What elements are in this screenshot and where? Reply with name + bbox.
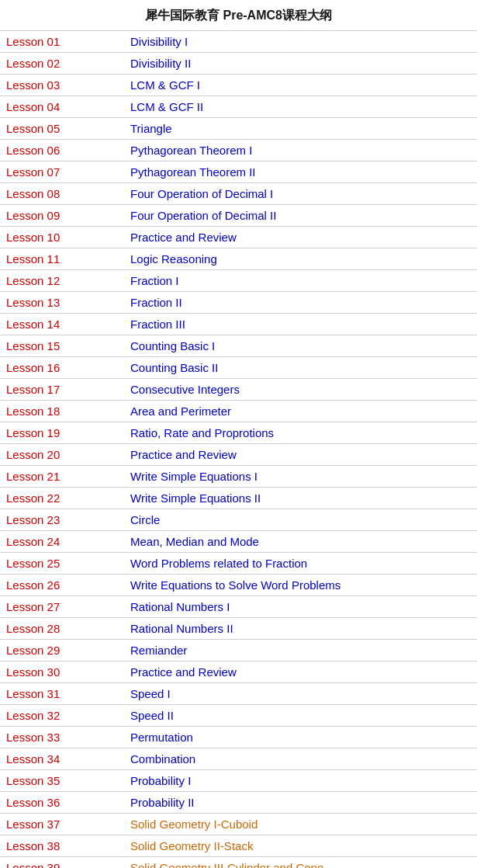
lesson-number: Lesson 07 <box>0 161 124 183</box>
lesson-title: Probability I <box>124 770 477 792</box>
lesson-title: LCM & GCF II <box>124 96 477 118</box>
lesson-title: Write Equations to Solve Word Problems <box>124 575 477 596</box>
lesson-number: Lesson 09 <box>0 205 124 227</box>
table-row: Lesson 31Speed I <box>0 683 477 705</box>
table-row: Lesson 30Practice and Review <box>0 661 477 683</box>
lesson-title: Ratio, Rate and Proprotions <box>124 422 477 444</box>
lesson-title: Practice and Review <box>124 661 477 683</box>
lesson-title: Counting Basic II <box>124 357 477 379</box>
table-row: Lesson 23Circle <box>0 509 477 531</box>
table-row: Lesson 20Practice and Review <box>0 444 477 466</box>
table-row: Lesson 37Solid Geometry I-Cuboid <box>0 814 477 835</box>
table-row: Lesson 04LCM & GCF II <box>0 96 477 118</box>
lesson-title: Probability II <box>124 792 477 814</box>
table-row: Lesson 06Pythagorean Theorem I <box>0 140 477 161</box>
lesson-title: Rational Numbers II <box>124 618 477 640</box>
lesson-title: Four Operation of Decimal I <box>124 183 477 205</box>
table-row: Lesson 15Counting Basic I <box>0 335 477 357</box>
lesson-number: Lesson 06 <box>0 140 124 161</box>
lesson-title: Mean, Median and Mode <box>124 531 477 553</box>
lesson-title: Fraction I <box>124 270 477 292</box>
lesson-title: Permutation <box>124 727 477 748</box>
table-row: Lesson 21Write Simple Equations I <box>0 466 477 488</box>
lesson-title: Practice and Review <box>124 227 477 248</box>
lesson-number: Lesson 10 <box>0 227 124 248</box>
lesson-title: Write Simple Equations II <box>124 488 477 509</box>
lesson-title: Word Problems related to Fraction <box>124 553 477 575</box>
lesson-title: Fraction III <box>124 314 477 335</box>
lesson-number: Lesson 35 <box>0 770 124 792</box>
lesson-title: Speed I <box>124 683 477 705</box>
lesson-number: Lesson 02 <box>0 53 124 75</box>
lesson-number: Lesson 16 <box>0 357 124 379</box>
lesson-number: Lesson 12 <box>0 270 124 292</box>
lesson-number: Lesson 30 <box>0 661 124 683</box>
table-row: Lesson 10Practice and Review <box>0 227 477 248</box>
lesson-number: Lesson 26 <box>0 575 124 596</box>
lesson-number: Lesson 03 <box>0 75 124 96</box>
table-row: Lesson 22Write Simple Equations II <box>0 488 477 509</box>
lesson-title: Fraction II <box>124 292 477 314</box>
lesson-title: Speed II <box>124 705 477 727</box>
lesson-number: Lesson 01 <box>0 31 124 53</box>
lesson-title: Pythagorean Theorem I <box>124 140 477 161</box>
table-row: Lesson 27Rational Numbers I <box>0 596 477 618</box>
lesson-number: Lesson 27 <box>0 596 124 618</box>
table-row: Lesson 16Counting Basic II <box>0 357 477 379</box>
lesson-number: Lesson 04 <box>0 96 124 118</box>
table-row: Lesson 02Divisibility II <box>0 53 477 75</box>
table-row: Lesson 12Fraction I <box>0 270 477 292</box>
lesson-title: Divisibility II <box>124 53 477 75</box>
lesson-number: Lesson 19 <box>0 422 124 444</box>
lesson-title: Circle <box>124 509 477 531</box>
table-row: Lesson 26Write Equations to Solve Word P… <box>0 575 477 596</box>
lesson-number: Lesson 24 <box>0 531 124 553</box>
table-row: Lesson 36Probability II <box>0 792 477 814</box>
lesson-number: Lesson 33 <box>0 727 124 748</box>
lesson-title: Solid Geometry I-Cuboid <box>124 814 477 835</box>
lesson-number: Lesson 08 <box>0 183 124 205</box>
lesson-number: Lesson 39 <box>0 857 124 869</box>
lesson-title: Write Simple Equations I <box>124 466 477 488</box>
table-row: Lesson 34Combination <box>0 748 477 770</box>
table-row: Lesson 09Four Operation of Decimal II <box>0 205 477 227</box>
lesson-title: Pythagorean Theorem II <box>124 161 477 183</box>
lesson-title: Area and Perimeter <box>124 401 477 422</box>
lesson-number: Lesson 21 <box>0 466 124 488</box>
lesson-title: Logic Reasoning <box>124 248 477 270</box>
lesson-number: Lesson 31 <box>0 683 124 705</box>
table-row: Lesson 14Fraction III <box>0 314 477 335</box>
lesson-title: Triangle <box>124 118 477 140</box>
lesson-number: Lesson 20 <box>0 444 124 466</box>
table-row: Lesson 28Rational Numbers II <box>0 618 477 640</box>
table-row: Lesson 18Area and Perimeter <box>0 401 477 422</box>
lesson-number: Lesson 18 <box>0 401 124 422</box>
table-row: Lesson 11Logic Reasoning <box>0 248 477 270</box>
lesson-title: LCM & GCF I <box>124 75 477 96</box>
lesson-number: Lesson 37 <box>0 814 124 835</box>
page-title: 犀牛国际教育 Pre-AMC8课程大纲 <box>0 0 477 31</box>
table-row: Lesson 33Permutation <box>0 727 477 748</box>
lesson-number: Lesson 05 <box>0 118 124 140</box>
table-row: Lesson 29Remiander <box>0 640 477 661</box>
lesson-table: Lesson 01Divisibility ILesson 02Divisibi… <box>0 31 477 868</box>
table-row: Lesson 24Mean, Median and Mode <box>0 531 477 553</box>
table-row: Lesson 39Solid Geometry III-Cylinder and… <box>0 857 477 869</box>
table-row: Lesson 38Solid Geometry II-Stack <box>0 835 477 857</box>
lesson-number: Lesson 17 <box>0 379 124 401</box>
lesson-number: Lesson 14 <box>0 314 124 335</box>
lesson-title: Practice and Review <box>124 444 477 466</box>
lesson-number: Lesson 23 <box>0 509 124 531</box>
lesson-title: Four Operation of Decimal II <box>124 205 477 227</box>
lesson-number: Lesson 32 <box>0 705 124 727</box>
lesson-number: Lesson 15 <box>0 335 124 357</box>
lesson-number: Lesson 22 <box>0 488 124 509</box>
table-row: Lesson 17Consecutive Integers <box>0 379 477 401</box>
lesson-title: Consecutive Integers <box>124 379 477 401</box>
lesson-number: Lesson 34 <box>0 748 124 770</box>
lesson-title: Solid Geometry II-Stack <box>124 835 477 857</box>
table-row: Lesson 01Divisibility I <box>0 31 477 53</box>
table-row: Lesson 25Word Problems related to Fracti… <box>0 553 477 575</box>
lesson-number: Lesson 38 <box>0 835 124 857</box>
lesson-title: Rational Numbers I <box>124 596 477 618</box>
